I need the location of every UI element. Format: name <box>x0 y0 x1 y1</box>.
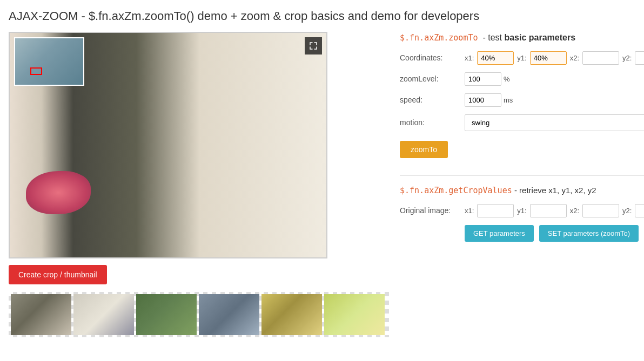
coordinates-row: Coordinates: x1: y1: x2: y2: <box>400 51 644 65</box>
zoomlevel-row: zoomLevel: % <box>400 72 644 86</box>
get-parameters-button[interactable]: GET parameters <box>465 225 534 242</box>
zoomlevel-label: zoomLevel: <box>400 74 465 83</box>
crop-y1-input[interactable] <box>530 204 567 217</box>
coordinates-label: Coordinates: <box>400 53 465 62</box>
thumbnail-image-2 <box>73 294 134 335</box>
getcrop-section: $.fn.axZm.getCropValues - retrieve x1, y… <box>400 185 644 242</box>
x2-input[interactable] <box>582 51 619 65</box>
page-wrapper: AJAX-ZOOM - $.fn.axZm.zoomTo() demo + zo… <box>0 0 644 346</box>
list-item[interactable] <box>73 294 134 335</box>
zoomlevel-unit: % <box>504 75 510 83</box>
zoomto-section: $.fn.axZm.zoomTo - test basic parameters… <box>400 32 644 167</box>
list-item[interactable] <box>324 294 385 335</box>
pink-cushion <box>26 171 91 214</box>
motion-select[interactable]: swing linear easeIn easeOut easeInOut <box>465 114 644 131</box>
crop-x1-input[interactable] <box>477 204 514 217</box>
thumbnails-row <box>9 292 389 337</box>
thumbnail-image-3 <box>136 294 197 335</box>
thumbnail-image-6 <box>324 294 385 335</box>
crop-y2-input[interactable] <box>635 204 644 217</box>
image-viewer <box>9 32 327 258</box>
main-content: Create crop / thumbnail <box>9 32 635 337</box>
x1-label: x1: <box>465 54 474 62</box>
y2-input[interactable] <box>635 51 644 65</box>
x1-input[interactable] <box>477 51 514 65</box>
y1-label: y1: <box>517 54 526 62</box>
thumbnail-image-5 <box>261 294 322 335</box>
create-crop-button[interactable]: Create crop / thumbnail <box>9 265 107 284</box>
original-image-row: Original image: x1: y1: x2: y2: <box>400 204 644 217</box>
coordinates-inputs: x1: y1: x2: y2: <box>465 51 644 65</box>
list-item[interactable] <box>261 294 322 335</box>
zoomlevel-input[interactable] <box>465 72 501 86</box>
expand-icon <box>308 41 318 51</box>
set-parameters-button[interactable]: SET parameters (zoomTo) <box>539 225 639 242</box>
fn-desc-getcrop: - retrieve x1, y1, x2, y2 <box>514 186 596 195</box>
mini-map <box>14 37 84 86</box>
speed-row: speed: ms <box>400 93 644 107</box>
action-buttons: GET parameters SET parameters (zoomTo) <box>465 225 644 242</box>
list-item[interactable] <box>136 294 197 335</box>
left-panel: Create crop / thumbnail <box>9 32 389 337</box>
motion-row: motion: swing linear easeIn easeOut ease… <box>400 114 644 131</box>
zoomto-button[interactable]: zoomTo <box>400 141 448 158</box>
list-item[interactable] <box>11 294 71 335</box>
fn-desc-zoomto: - test basic parameters <box>480 33 575 42</box>
y2-label: y2: <box>622 54 632 62</box>
motion-label: motion: <box>400 118 465 127</box>
speed-input[interactable] <box>465 93 501 107</box>
original-image-label: Original image: <box>400 206 465 215</box>
section-divider <box>400 175 644 176</box>
right-panel: $.fn.axZm.zoomTo - test basic parameters… <box>400 32 644 242</box>
crop-x1-label: x1: <box>465 207 474 215</box>
fn-name-zoomto: $.fn.axZm.zoomTo <box>400 33 478 43</box>
crop-coordinates-inputs: x1: y1: x2: y2: <box>465 204 644 217</box>
y1-input[interactable] <box>530 51 567 65</box>
expand-button[interactable] <box>305 37 322 55</box>
thumbnail-image-4 <box>199 294 259 335</box>
fn-name-getcrop: $.fn.axZm.getCropValues <box>400 186 512 195</box>
getcrop-title: $.fn.axZm.getCropValues - retrieve x1, y… <box>400 185 644 196</box>
mini-map-image <box>15 38 83 85</box>
x2-label: x2: <box>570 54 579 62</box>
zoomto-title: $.fn.axZm.zoomTo - test basic parameters <box>400 32 644 44</box>
list-item[interactable] <box>199 294 259 335</box>
crop-y2-label: y2: <box>622 207 632 215</box>
crop-x2-label: x2: <box>570 207 579 215</box>
crop-y1-label: y1: <box>517 207 526 215</box>
speed-unit: ms <box>504 96 513 104</box>
mini-map-selection <box>30 67 42 75</box>
crop-x2-input[interactable] <box>582 204 619 217</box>
page-title: AJAX-ZOOM - $.fn.axZm.zoomTo() demo + zo… <box>9 9 635 24</box>
thumbnail-image-1 <box>11 294 71 335</box>
speed-label: speed: <box>400 96 465 104</box>
